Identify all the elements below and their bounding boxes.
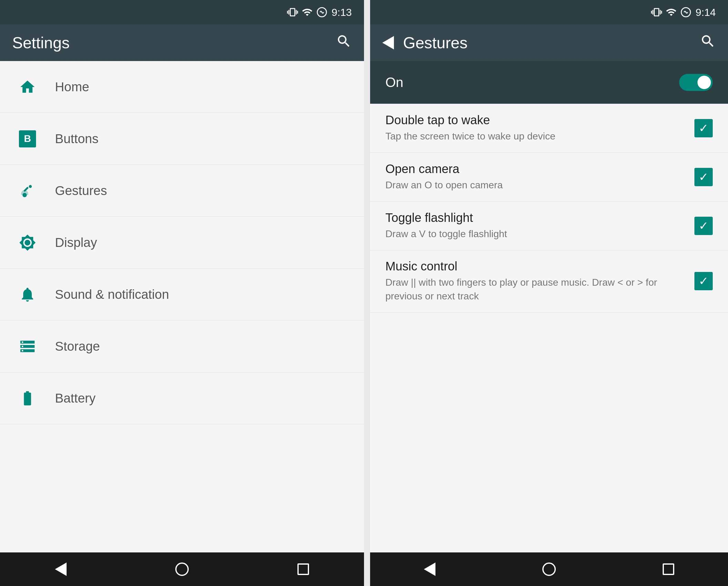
gestures-search-icon[interactable] <box>700 33 716 53</box>
right-recents-button[interactable] <box>656 557 681 581</box>
home-icon <box>15 75 40 99</box>
storage-icon <box>15 334 40 358</box>
settings-title: Settings <box>12 33 70 52</box>
gesture-title-camera: Open camera <box>385 162 688 176</box>
display-icon <box>15 231 40 255</box>
right-app-bar: Gestures <box>370 24 728 61</box>
settings-item-gestures[interactable]: Gestures <box>0 165 364 217</box>
back-button[interactable] <box>382 36 394 49</box>
right-back-button[interactable] <box>417 557 442 581</box>
settings-label-home: Home <box>55 80 89 94</box>
toggle-label: On <box>385 75 404 90</box>
checkbox-music[interactable]: ✓ <box>695 272 713 290</box>
toggle-row: On <box>370 61 728 104</box>
vibrate-icon <box>287 7 298 18</box>
checkmark-music: ✓ <box>699 275 708 287</box>
right-signal-icon <box>666 7 677 18</box>
gesture-item-camera[interactable]: Open camera Draw an O to open camera ✓ <box>370 153 728 202</box>
toggle-knob <box>698 76 711 89</box>
gesture-title-double-tap: Double tap to wake <box>385 113 688 127</box>
gesture-desc-flashlight: Draw a V to toggle flashlight <box>385 227 688 241</box>
battery-status-icon <box>316 7 327 18</box>
gesture-desc-camera: Draw an O to open camera <box>385 178 688 192</box>
gesture-desc-music: Draw || with two fingers to play or paus… <box>385 275 688 303</box>
settings-item-display[interactable]: Display <box>0 217 364 269</box>
settings-item-storage[interactable]: Storage <box>0 320 364 372</box>
settings-label-gestures: Gestures <box>55 183 107 198</box>
left-back-button[interactable] <box>49 557 73 581</box>
right-app-bar-left: Gestures <box>382 33 468 52</box>
settings-item-sound[interactable]: Sound & notification <box>0 269 364 320</box>
right-status-bar: 9:14 <box>370 0 728 24</box>
settings-item-home[interactable]: Home <box>0 61 364 113</box>
settings-label-battery: Battery <box>55 391 96 406</box>
settings-list: Home B Buttons Gestures <box>0 61 364 553</box>
gesture-text-double-tap: Double tap to wake Tap the screen twice … <box>385 113 688 143</box>
gesture-text-flashlight: Toggle flashlight Draw a V to toggle fla… <box>385 211 688 241</box>
signal-icon <box>302 7 313 18</box>
left-nav-bar <box>0 553 364 586</box>
gesture-item-flashlight[interactable]: Toggle flashlight Draw a V to toggle fla… <box>370 202 728 250</box>
checkmark-camera: ✓ <box>699 171 708 183</box>
settings-label-display: Display <box>55 235 97 250</box>
right-panel: 9:14 Gestures On Double tap to wake Tap … <box>370 0 728 586</box>
settings-item-battery[interactable]: Battery <box>0 372 364 424</box>
svg-point-2 <box>29 185 32 188</box>
checkbox-flashlight[interactable]: ✓ <box>695 217 713 235</box>
settings-search-icon[interactable] <box>336 33 352 53</box>
right-status-icons <box>651 7 691 18</box>
gesture-item-double-tap[interactable]: Double tap to wake Tap the screen twice … <box>370 104 728 153</box>
left-home-button[interactable] <box>170 557 194 581</box>
checkbox-camera[interactable]: ✓ <box>695 168 713 186</box>
left-recents-button[interactable] <box>291 557 315 581</box>
settings-label-sound: Sound & notification <box>55 287 169 302</box>
settings-item-buttons[interactable]: B Buttons <box>0 113 364 165</box>
right-status-time: 9:14 <box>696 6 716 18</box>
sound-icon <box>15 282 40 307</box>
gesture-text-camera: Open camera Draw an O to open camera <box>385 162 688 192</box>
right-battery-status-icon <box>680 7 691 18</box>
right-nav-bar <box>370 553 728 586</box>
gesture-item-music[interactable]: Music control Draw || with two fingers t… <box>370 250 728 313</box>
left-app-bar: Settings <box>0 24 364 61</box>
gestures-title: Gestures <box>403 33 468 52</box>
right-spacer <box>370 313 728 553</box>
checkmark-flashlight: ✓ <box>699 220 708 232</box>
checkbox-double-tap[interactable]: ✓ <box>695 119 713 137</box>
gesture-text-music: Music control Draw || with two fingers t… <box>385 260 688 303</box>
settings-label-buttons: Buttons <box>55 132 98 146</box>
gestures-icon <box>15 179 40 203</box>
right-vibrate-icon <box>651 7 662 18</box>
settings-label-storage: Storage <box>55 339 100 354</box>
left-status-icons <box>287 7 327 18</box>
right-home-button[interactable] <box>537 557 561 581</box>
buttons-icon: B <box>15 127 40 151</box>
checkmark-double-tap: ✓ <box>699 123 708 134</box>
gesture-desc-double-tap: Tap the screen twice to wake up device <box>385 129 688 143</box>
gesture-title-music: Music control <box>385 260 688 273</box>
panel-divider <box>364 0 370 586</box>
gestures-list: Double tap to wake Tap the screen twice … <box>370 104 728 313</box>
left-panel: 9:13 Settings Home B <box>0 0 364 586</box>
left-status-bar: 9:13 <box>0 0 364 24</box>
toggle-switch[interactable] <box>679 74 713 91</box>
battery-icon <box>15 386 40 410</box>
gesture-title-flashlight: Toggle flashlight <box>385 211 688 224</box>
left-status-time: 9:13 <box>332 6 352 18</box>
